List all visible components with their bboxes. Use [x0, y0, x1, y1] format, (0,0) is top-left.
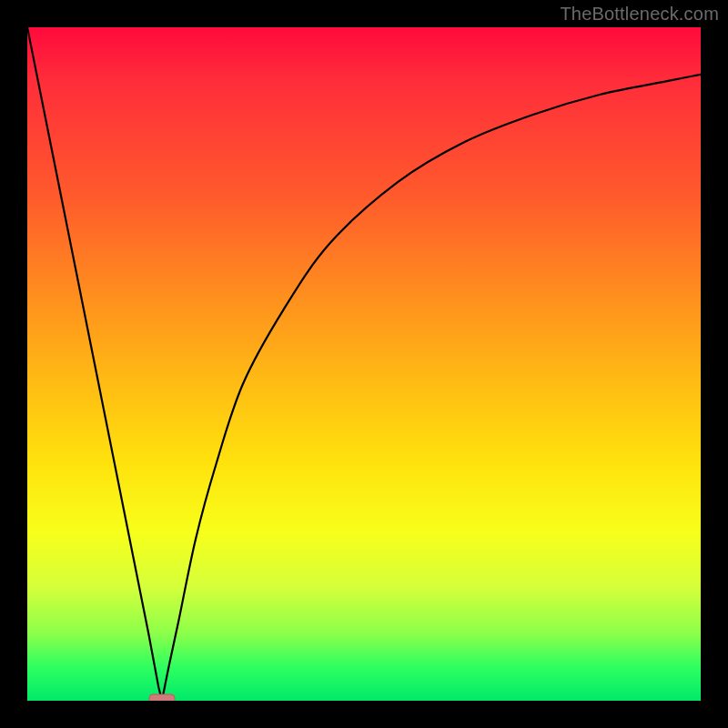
plot-area — [27, 27, 701, 701]
curve-layer — [27, 27, 701, 701]
chart-frame — [0, 0, 728, 728]
watermark-text: TheBottleneck.com — [560, 4, 719, 25]
chart-stage: TheBottleneck.com — [0, 0, 728, 728]
bottleneck-marker — [149, 694, 175, 701]
curve-right-branch — [162, 75, 701, 701]
curve-left-branch — [27, 27, 162, 701]
